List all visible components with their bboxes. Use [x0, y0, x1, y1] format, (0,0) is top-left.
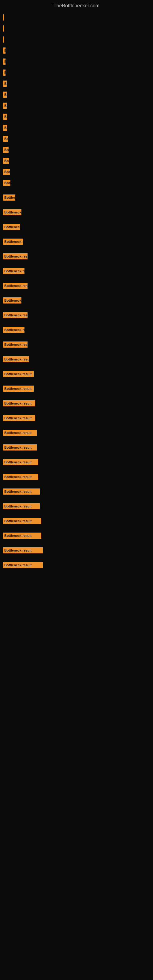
bar: Bottleneck result — [3, 562, 43, 568]
bar-label: B — [4, 93, 7, 97]
bar-label: B — [4, 104, 7, 108]
bar-label: Bott — [4, 159, 9, 162]
bar: B — [3, 70, 5, 76]
bar-row: Bo — [3, 123, 153, 132]
bar: Bottleneck result — [3, 503, 40, 509]
bar: Bottleneck result — [3, 253, 27, 259]
bar — [3, 14, 4, 21]
bar-label: Bottleneck — [4, 225, 20, 229]
bar-label: Bottleneck result — [4, 563, 32, 567]
bar: B — [3, 81, 7, 87]
bar-label: Bott — [4, 170, 10, 173]
bar-row: B — [3, 46, 153, 55]
bar: Bottleneck result — [3, 400, 35, 406]
bar-row: Bottleneck result — [3, 282, 153, 290]
bar: B — [3, 48, 5, 54]
bar: Bottleneck — [3, 224, 20, 230]
bar-label: Bottleneck result — [4, 534, 32, 538]
bar-label: Bottleneck result — [4, 475, 32, 479]
bar-row: Bottleneck result — [3, 355, 153, 364]
bar: Bottleneck res — [3, 209, 21, 215]
bar: B — [3, 59, 5, 65]
bar-row: Bo — [3, 134, 153, 143]
bar-row: Bottleneck result — [3, 473, 153, 481]
bar: Bottleneck result — [3, 356, 29, 362]
bar-row: Bottleneck result — [3, 458, 153, 466]
bar: Bottleneck result — [3, 474, 38, 480]
bar-label: Bottleneck result — [4, 549, 32, 552]
bar: Bottleneck result — [3, 371, 33, 377]
bar-label: Bo — [4, 137, 8, 140]
bar: Bot — [3, 147, 9, 153]
bar: B — [3, 92, 7, 98]
bar-label: Bo — [4, 115, 7, 119]
bar-row: B — [3, 57, 153, 66]
bar: Bott — [3, 169, 10, 175]
bar: Bottleneck resu — [3, 268, 24, 274]
bar-label: Bottleneck result — [4, 387, 32, 390]
bar-label: Bottleneck result — [4, 519, 32, 523]
bar-row: Bottleneck res — [3, 208, 153, 216]
bar-row: Bottleneck result — [3, 502, 153, 511]
bar: Bottleneck result — [3, 459, 38, 465]
bar: B — [3, 103, 7, 109]
bar-label: Bott — [4, 181, 10, 185]
bar-row: B — [3, 79, 153, 88]
bar-row: Bott — [3, 178, 153, 187]
bar-label: Bottleneck result — [4, 460, 32, 464]
bar-label: Bottlenec — [4, 196, 15, 199]
bar-label: Bottleneck resu — [4, 269, 24, 273]
bar-label: Bottleneck result — [4, 445, 32, 449]
bar-row: Bottleneck result — [3, 384, 153, 393]
bar: Bott — [3, 158, 9, 164]
bar-label: Bottleneck result — [4, 357, 29, 361]
bar: Bo — [3, 114, 7, 120]
bar — [3, 37, 4, 43]
bar-row: Bottleneck result — [3, 531, 153, 540]
bar: Bottleneck resu — [3, 239, 23, 245]
bar-label: Bottleneck resu — [4, 240, 23, 243]
bar-row: Bottleneck result — [3, 370, 153, 378]
bar: Bottleneck result — [3, 533, 41, 539]
bar-row: Bottleneck result — [3, 252, 153, 261]
bar-label: Bottleneck result — [4, 490, 32, 493]
bar-label: Bottleneck result — [4, 504, 32, 508]
bar-row: Bottleneck resu — [3, 267, 153, 275]
bars-container: BBBBBBBoBoBoBotBottBottBottBottlenecBott… — [0, 10, 153, 576]
bar-row: Bottleneck result — [3, 399, 153, 407]
bar-row: Bottlenec — [3, 193, 153, 202]
bar: Bottleneck result — [3, 430, 37, 436]
bar-label: Bottleneck result — [4, 313, 27, 317]
bar-row: Bottleneck result — [3, 311, 153, 320]
bar: Bottleneck result — [3, 518, 41, 524]
bar-label: B — [4, 82, 7, 86]
bar-row: Bottleneck — [3, 223, 153, 231]
bar-label: Bottleneck result — [4, 372, 32, 376]
bar-label: Bottleneck result — [4, 255, 27, 258]
bar-label: Bottleneck result — [4, 431, 32, 434]
bar-row: Bottleneck result — [3, 414, 153, 422]
bar-row: Bottleneck result — [3, 517, 153, 525]
bar-row: Bott — [3, 167, 153, 176]
bar: Bottleneck result — [3, 283, 27, 289]
bar-row: Bottleneck re — [3, 296, 153, 305]
bar-label: B — [4, 60, 5, 64]
bar-row: B — [3, 101, 153, 110]
bar-row: Bottleneck result — [3, 546, 153, 555]
bar: Bottleneck result — [3, 415, 35, 421]
site-title: TheBottlenecker.com — [0, 0, 153, 10]
bar: Bottleneck result — [3, 488, 40, 495]
bar-label: Bottleneck result — [4, 284, 27, 288]
bar: Bottleneck result — [3, 547, 43, 554]
bar-label: B — [4, 49, 5, 52]
bar-row: Bottleneck result — [3, 561, 153, 569]
bar-row — [3, 35, 153, 44]
bar — [3, 25, 4, 32]
bar-label: B — [4, 71, 5, 75]
bar-label: Bottleneck re — [4, 299, 21, 302]
bar-row: Bot — [3, 145, 153, 154]
bar: Bottleneck re — [3, 298, 21, 304]
bar-row: Bottleneck resu — [3, 237, 153, 246]
bar-row: Bo — [3, 112, 153, 121]
bar-row: Bott — [3, 156, 153, 165]
